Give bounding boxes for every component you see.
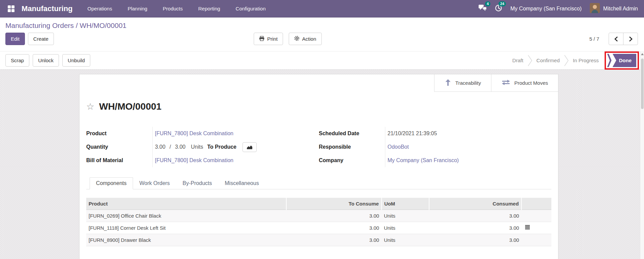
cell-consumed: 3.00 xyxy=(429,234,521,246)
menu-operations[interactable]: Operations xyxy=(88,6,112,11)
product-moves-button[interactable]: Product Moves xyxy=(491,74,558,91)
status-separator-icon xyxy=(528,55,532,66)
field-responsible: Responsible OdooBot xyxy=(319,140,552,154)
form-sheet: Traceability Product Moves ☆ WH/MO/00001 xyxy=(79,74,558,259)
app-name[interactable]: Manufacturing xyxy=(22,4,73,13)
apps-grid-icon[interactable] xyxy=(6,4,16,14)
cell-to-consume: 3.00 xyxy=(286,210,382,222)
bom-link[interactable]: [FURN_7800] Desk Combination xyxy=(155,157,233,163)
product-label: Product xyxy=(86,131,152,137)
tab-work-orders[interactable]: Work Orders xyxy=(133,177,176,189)
components-table: Product To Consume UoM Consumed [FURN_02… xyxy=(86,198,551,246)
print-button[interactable]: Print xyxy=(254,33,283,45)
quantity-label: Quantity xyxy=(86,144,152,150)
table-row[interactable]: [FURN_0269] Office Chair Black 3.00 Unit… xyxy=(86,210,551,222)
menu-reporting[interactable]: Reporting xyxy=(198,6,220,11)
status-step-in-progress[interactable]: In Progress xyxy=(569,58,603,63)
pager-value: 5 / 7 xyxy=(589,36,599,42)
create-button[interactable]: Create xyxy=(28,33,54,45)
menu-products[interactable]: Products xyxy=(163,6,183,11)
done-arrowhead-icon xyxy=(607,54,612,67)
responsible-label: Responsible xyxy=(319,144,385,150)
col-product: Product xyxy=(86,198,286,210)
field-quantity: Quantity 3.00 / 3.00 Units To Produce xyxy=(86,140,319,154)
company-link[interactable]: My Company (San Francisco) xyxy=(388,157,459,163)
form-fields: Product [FURN_7800] Desk Combination Qua… xyxy=(86,127,551,167)
to-produce-label: To Produce xyxy=(207,144,236,150)
activities-badge: 24 xyxy=(498,1,506,6)
user-menu[interactable]: Mitchell Admin xyxy=(590,3,638,14)
cell-uom: Units xyxy=(382,210,429,222)
breadcrumb-parent-link[interactable]: Manufacturing Orders xyxy=(5,22,74,29)
col-consumed: Consumed xyxy=(429,198,521,210)
col-actions xyxy=(521,198,551,210)
product-link[interactable]: [FURN_7800] Desk Combination xyxy=(155,131,233,137)
field-scheduled-date: Scheduled Date 21/10/2021 21:39:05 xyxy=(319,127,552,140)
cell-product: [FURN_8900] Drawer Black xyxy=(86,234,286,246)
company-label: Company xyxy=(319,157,385,163)
cell-actions xyxy=(521,210,551,222)
status-separator-icon xyxy=(564,55,569,66)
vertical-scrollbar[interactable] xyxy=(640,51,644,259)
tab-by-products[interactable]: By-Products xyxy=(176,177,218,189)
breadcrumb: Manufacturing Orders / WH/MO/00001 xyxy=(5,21,639,30)
status-step-draft[interactable]: Draft xyxy=(508,58,528,63)
breadcrumb-current: WH/MO/00001 xyxy=(80,22,127,29)
traceability-button[interactable]: Traceability xyxy=(434,74,491,91)
scrollbar-thumb[interactable] xyxy=(641,59,644,109)
responsible-link[interactable]: OdooBot xyxy=(388,144,409,150)
unlock-button[interactable]: Unlock xyxy=(33,54,59,67)
field-product: Product [FURN_7800] Desk Combination xyxy=(86,127,319,140)
notebook-tabs: Components Work Orders By-Products Misce… xyxy=(86,177,551,189)
pager-next-button[interactable] xyxy=(623,33,638,45)
area-chart-icon xyxy=(247,145,253,149)
table-header-row: Product To Consume UoM Consumed xyxy=(86,198,551,210)
tab-components[interactable]: Components xyxy=(90,177,133,189)
scheduled-date-value: 21/10/2021 21:39:05 xyxy=(388,131,437,137)
status-step-confirmed[interactable]: Confirmed xyxy=(532,58,564,63)
content-area: Traceability Product Moves ☆ WH/MO/00001 xyxy=(0,70,644,259)
pager-previous-button[interactable] xyxy=(609,33,623,45)
printer-icon xyxy=(259,36,264,42)
user-avatar xyxy=(590,3,600,14)
statusbar: Draft Confirmed In Progress Done xyxy=(508,51,639,70)
control-panel: Manufacturing Orders / WH/MO/00001 Edit … xyxy=(0,17,644,51)
cell-consumed: 3.00 xyxy=(429,210,521,222)
table-row[interactable]: [FURN_1118] Corner Desk Left Sit 3.00 Un… xyxy=(86,222,551,234)
field-bill-of-material: Bill of Material [FURN_7800] Desk Combin… xyxy=(86,154,319,167)
edit-button[interactable]: Edit xyxy=(5,33,25,45)
messages-button[interactable]: 4 xyxy=(479,4,487,13)
cell-product: [FURN_1118] Corner Desk Left Sit xyxy=(86,222,286,234)
scheduled-date-label: Scheduled Date xyxy=(319,131,385,137)
cell-product: [FURN_0269] Office Chair Black xyxy=(86,210,286,222)
form-header-bar: Scrap Unlock Unbuild Draft Confirmed In … xyxy=(0,51,644,70)
cell-uom: Units xyxy=(382,222,429,234)
cell-consumed: 3.00 xyxy=(429,222,521,234)
tab-miscellaneous[interactable]: Miscellaneous xyxy=(218,177,265,189)
scrollbar-up-arrow[interactable] xyxy=(640,51,644,55)
menu-configuration[interactable]: Configuration xyxy=(236,6,266,11)
unbuild-button[interactable]: Unbuild xyxy=(62,54,90,67)
cell-uom: Units xyxy=(382,234,429,246)
field-company: Company My Company (San Francisco) xyxy=(319,154,552,167)
company-switcher[interactable]: My Company (San Francisco) xyxy=(510,6,582,12)
quantity-separator: / xyxy=(169,144,171,150)
breadcrumb-separator: / xyxy=(74,22,80,29)
favorite-star-icon[interactable]: ☆ xyxy=(86,102,94,111)
activities-button[interactable]: 24 xyxy=(495,4,502,13)
quantity-uom: Units xyxy=(191,144,203,150)
forecast-report-button[interactable] xyxy=(243,142,257,152)
scrap-button[interactable]: Scrap xyxy=(5,54,29,67)
quantity-produced: 3.00 xyxy=(155,144,165,150)
messages-badge: 4 xyxy=(485,1,490,6)
status-step-done-active[interactable]: Done xyxy=(613,54,637,67)
cell-to-consume: 3.00 xyxy=(286,234,382,246)
cell-to-consume: 3.00 xyxy=(286,222,382,234)
record-title: WH/MO/00001 xyxy=(99,101,161,112)
exchange-arrows-icon xyxy=(502,79,510,86)
red-annotation-box: Done xyxy=(605,51,639,70)
move-lines-button[interactable] xyxy=(524,224,531,231)
table-row[interactable]: [FURN_8900] Drawer Black 3.00 Units 3.00 xyxy=(86,234,551,246)
action-button[interactable]: Action xyxy=(289,33,322,45)
menu-planning[interactable]: Planning xyxy=(128,6,147,11)
